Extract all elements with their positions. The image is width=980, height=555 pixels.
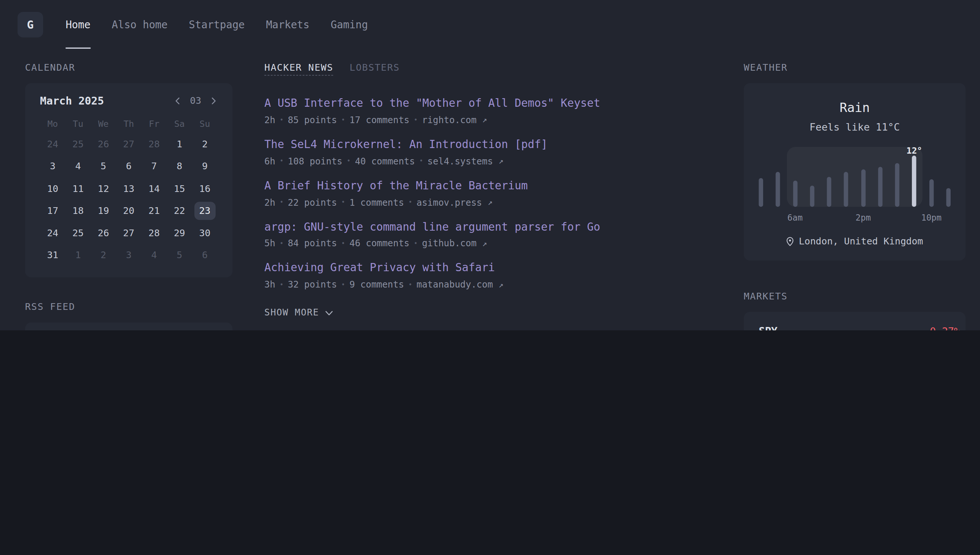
calendar-day-number: 14 bbox=[144, 180, 165, 198]
calendar-day: 31 bbox=[40, 244, 66, 266]
item-meta: 2h•85 points•17 comments•righto.com↗ bbox=[265, 115, 725, 125]
calendar-day: 8 bbox=[167, 155, 192, 177]
news-item-title[interactable]: argp: GNU-style command line argument pa… bbox=[265, 219, 725, 235]
weekday-label: Mo bbox=[40, 114, 66, 133]
nav-tab-markets[interactable]: Markets bbox=[266, 0, 310, 49]
top-nav: G HomeAlso homeStartpageMarketsGaming bbox=[0, 0, 980, 49]
calendar-day-number: 24 bbox=[42, 224, 63, 242]
nav-tab-gaming[interactable]: Gaming bbox=[331, 0, 368, 49]
meta-dot-separator: • bbox=[347, 158, 350, 164]
weather-time-labels: 6am2pm10pm bbox=[759, 212, 951, 223]
calendar-day-number: 27 bbox=[118, 224, 139, 242]
news-item-title[interactable]: The SeL4 Microkernel: An Introduction [p… bbox=[265, 137, 725, 152]
calendar-day: 30 bbox=[192, 222, 217, 244]
source-link[interactable]: sel4.systems bbox=[428, 156, 493, 166]
calendar-day-number: 26 bbox=[93, 135, 114, 153]
calendar-day-number: 31 bbox=[42, 246, 63, 264]
nav-tab-startpage[interactable]: Startpage bbox=[189, 0, 245, 49]
news-item: A USB Interface to the "Mother of All De… bbox=[265, 96, 725, 125]
weather-bar bbox=[844, 172, 848, 207]
source-link[interactable]: righto.com bbox=[422, 115, 476, 125]
market-symbol: SPYS&P 500 bbox=[759, 325, 832, 330]
weather-bar bbox=[793, 180, 797, 207]
dashboard-page: G HomeAlso homeStartpageMarketsGaming CA… bbox=[0, 0, 980, 330]
calendar-header: March 2025 03 bbox=[40, 95, 218, 107]
calendar-day: 26 bbox=[91, 133, 116, 156]
source-link[interactable]: matanabudy.com bbox=[417, 279, 493, 289]
external-link-icon: ↗ bbox=[482, 239, 487, 248]
calendar-day-number: 4 bbox=[67, 157, 88, 176]
calendar-prev-icon[interactable] bbox=[174, 97, 182, 105]
calendar-day-number: 1 bbox=[67, 246, 88, 264]
chevron-down-icon bbox=[325, 310, 333, 316]
meta-dot-separator: • bbox=[419, 158, 423, 164]
calendar-day-number: 16 bbox=[194, 180, 215, 198]
calendar-day: 5 bbox=[91, 155, 116, 177]
news-item: argp: GNU-style command line argument pa… bbox=[265, 219, 725, 249]
calendar-day: 21 bbox=[141, 200, 167, 222]
tab-hacker-news[interactable]: HACKER NEWS bbox=[265, 62, 334, 73]
calendar-day-number: 26 bbox=[93, 224, 114, 242]
weekday-label: Th bbox=[116, 114, 141, 133]
weather-time-label: 6am bbox=[787, 212, 802, 223]
calendar-day: 13 bbox=[116, 177, 141, 200]
calendar-day: 11 bbox=[66, 177, 91, 200]
calendar-day-number: 3 bbox=[42, 157, 63, 176]
weekday-label: Su bbox=[192, 114, 217, 133]
rss-widget: This Week in Self-Hosted (21 March 2025)… bbox=[25, 322, 233, 330]
meta-dot-separator: • bbox=[280, 116, 284, 123]
rss-section-title: RSS FEED bbox=[25, 301, 233, 313]
news-item-title[interactable]: A Brief History of the Miracle Bacterium bbox=[265, 178, 725, 193]
calendar-day: 3 bbox=[116, 244, 141, 266]
market-sparkline-wrap bbox=[832, 329, 890, 330]
calendar-day-number: 20 bbox=[118, 202, 139, 220]
calendar-day-number: 5 bbox=[93, 157, 114, 176]
news-item-title[interactable]: A USB Interface to the "Mother of All De… bbox=[265, 96, 725, 111]
weather-location-label: London, United Kingdom bbox=[799, 236, 923, 247]
tab-lobsters[interactable]: LOBSTERS bbox=[350, 62, 400, 73]
market-change: -0.27% bbox=[890, 325, 960, 330]
weather-feels-like: Feels like 11°C bbox=[759, 120, 951, 134]
external-link-icon: ↗ bbox=[499, 156, 504, 165]
meta-dot-separator: • bbox=[414, 116, 417, 123]
calendar-day: 2 bbox=[91, 244, 116, 266]
news-item-title[interactable]: Achieving Great Privacy with Safari bbox=[265, 260, 725, 276]
calendar-day-number: 29 bbox=[169, 224, 190, 242]
calendar-day: 15 bbox=[167, 177, 192, 200]
news-show-more-button[interactable]: SHOW MORE bbox=[265, 308, 333, 318]
calendar-day: 22 bbox=[167, 200, 192, 222]
calendar-day: 25 bbox=[66, 222, 91, 244]
meta-dot-separator: • bbox=[280, 199, 284, 205]
weather-bar bbox=[895, 163, 900, 207]
nav-tab-home[interactable]: Home bbox=[66, 0, 90, 49]
left-column: CALENDAR March 2025 03 MoTuWeThFrSaSu bbox=[25, 62, 233, 330]
calendar-day-number: 28 bbox=[144, 135, 165, 153]
center-column: HACKER NEWSLOBSTERS A USB Interface to t… bbox=[265, 62, 725, 330]
weekday-label: Sa bbox=[167, 114, 192, 133]
source-link[interactable]: asimov.press bbox=[417, 197, 482, 207]
meta-part: 40 comments bbox=[355, 156, 415, 166]
calendar-day: 24 bbox=[40, 133, 66, 156]
market-row-spy[interactable]: SPYS&P 500-0.27%$563.98 bbox=[759, 316, 951, 330]
calendar-next-icon[interactable] bbox=[210, 97, 218, 105]
calendar-day-number: 11 bbox=[67, 180, 88, 198]
calendar-day-number: 2 bbox=[93, 246, 114, 264]
calendar-day-number: 24 bbox=[42, 135, 63, 153]
meta-part: 3h bbox=[265, 279, 275, 289]
calendar-day-number: 9 bbox=[194, 157, 215, 176]
calendar-day-number: 6 bbox=[118, 157, 139, 176]
weather-bar bbox=[759, 178, 763, 207]
external-link-icon: ↗ bbox=[482, 115, 487, 125]
meta-dot-separator: • bbox=[341, 116, 345, 123]
calendar-day: 19 bbox=[91, 200, 116, 222]
calendar-day: 9 bbox=[192, 155, 217, 177]
weather-peak-temp: 12° bbox=[906, 146, 922, 156]
nav-tab-also-home[interactable]: Also home bbox=[112, 0, 167, 49]
weather-bar bbox=[810, 186, 815, 207]
meta-part: 5h bbox=[265, 239, 275, 249]
calendar-day-number: 27 bbox=[118, 135, 139, 153]
source-link[interactable]: github.com bbox=[422, 239, 476, 249]
market-ticker: SPY bbox=[759, 325, 832, 330]
meta-part: 84 points bbox=[288, 239, 337, 249]
weather-bar bbox=[912, 156, 917, 207]
